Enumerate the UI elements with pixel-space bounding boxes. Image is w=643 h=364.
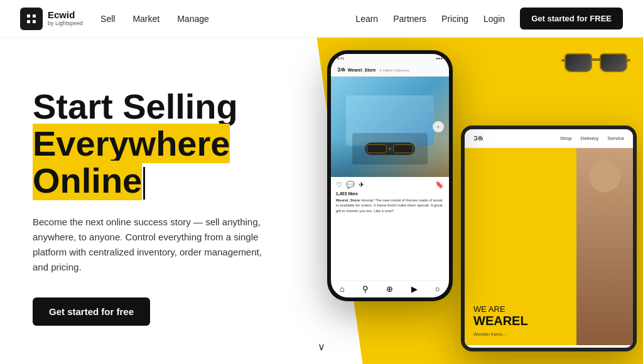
phone-search-icon[interactable]: ⚲ xyxy=(362,284,369,294)
phone-caption: Wearel_Store Hooray! The new model of fr… xyxy=(331,198,449,213)
tablet-nav-service[interactable]: Service xyxy=(607,136,624,141)
hero-title-line1: Start Selling xyxy=(33,87,238,126)
instagram-icon: 𝕴𝕲 xyxy=(337,67,345,73)
phone-top-bar: 𝕴𝕲 Wearel_Store 4 million followers xyxy=(331,62,449,77)
phone-comment-icon[interactable]: 💬 xyxy=(346,181,355,189)
svg-rect-1 xyxy=(33,14,36,18)
nav-sell[interactable]: Sell xyxy=(100,14,115,24)
phone-next-arrow[interactable]: › xyxy=(433,121,444,132)
navbar: Ecwid by Lightspeed Sell Market Manage L… xyxy=(0,0,643,38)
hero-section: Start Selling Everywhere Online Become t… xyxy=(0,38,643,364)
sg-lens-right xyxy=(600,53,627,72)
tablet-nav-delivery[interactable]: Delivery xyxy=(580,136,598,141)
nav-cta-button[interactable]: Get started for FREE xyxy=(520,8,623,29)
phone-mockup: 9:41 ●●● 𝕴𝕲 Wearel_Store 4 million follo… xyxy=(327,50,453,301)
nav-left: Ecwid by Lightspeed Sell Market Manage xyxy=(20,8,209,30)
tablet-we-are-text: WE ARE xyxy=(473,304,568,314)
tablet-main-area: WE ARE WEAREL Wooden frame... xyxy=(465,148,576,345)
sunglasses-image xyxy=(561,44,630,88)
tablet-body: WE ARE WEAREL Wooden frame... xyxy=(465,148,633,345)
svg-rect-3 xyxy=(33,20,36,23)
svg-rect-0 xyxy=(27,14,30,18)
phone-image-area: › xyxy=(331,77,449,177)
phone-caption-username: Wearel_Store xyxy=(336,198,360,202)
phone-screen: 9:41 ●●● 𝕴𝕲 Wearel_Store 4 million follo… xyxy=(331,54,449,297)
phone-time: 9:41 xyxy=(337,56,345,60)
hero-left: Start Selling Everywhere Online Become t… xyxy=(0,38,334,364)
logo[interactable]: Ecwid by Lightspeed xyxy=(20,8,83,30)
phone-followers: 4 million followers xyxy=(379,68,409,72)
hero-right: 9:41 ●●● 𝕴𝕲 Wearel_Store 4 million follo… xyxy=(289,38,643,364)
svg-rect-2 xyxy=(27,20,30,23)
phone-bottom-nav: ⌂ ⚲ ⊕ ▶ ○ xyxy=(331,280,449,297)
tablet-we-are: WE ARE WEAREL xyxy=(473,304,568,328)
hero-title: Start Selling Everywhere Online xyxy=(33,88,334,200)
phone-bookmark-icon[interactable]: 🔖 xyxy=(435,181,444,189)
tablet-nav: 𝕴𝕲 Shop Delivery Service xyxy=(465,129,633,148)
tablet-person-image xyxy=(576,148,633,345)
tablet-logo: 𝕴𝕲 xyxy=(473,134,483,142)
phone-share-icon[interactable]: ✈ xyxy=(359,181,364,189)
scroll-arrow-icon: ∨ xyxy=(318,341,325,353)
tablet-sub-text: Wooden frame... xyxy=(473,332,568,336)
tablet-mockup: 𝕴𝕲 Shop Delivery Service WE ARE WEAREL W… xyxy=(461,126,637,351)
nav-right: Learn Partners Pricing Login Get started… xyxy=(355,8,623,29)
brand-sub: by Lightspeed xyxy=(48,21,83,27)
hero-cta-button[interactable]: Get started for free xyxy=(33,297,150,326)
phone-add-icon[interactable]: ⊕ xyxy=(386,284,393,294)
tablet-screen: 𝕴𝕲 Shop Delivery Service WE ARE WEAREL W… xyxy=(465,129,633,348)
phone-username: Wearel_Store xyxy=(348,68,376,72)
nav-pricing[interactable]: Pricing xyxy=(441,14,468,24)
nav-partners[interactable]: Partners xyxy=(393,14,426,24)
phone-likes: 1,403 likes xyxy=(331,191,449,198)
nav-manage[interactable]: Manage xyxy=(177,14,209,24)
sg-lens-left xyxy=(565,53,592,72)
phone-home-icon[interactable]: ⌂ xyxy=(340,284,345,294)
logo-text: Ecwid by Lightspeed xyxy=(48,10,83,26)
phone-actions: ♡ 💬 ✈ 🔖 xyxy=(331,177,449,191)
nav-learn[interactable]: Learn xyxy=(355,14,378,24)
logo-icon xyxy=(20,8,43,30)
hero-subtitle: Become the next online success story — s… xyxy=(33,215,271,275)
nav-login[interactable]: Login xyxy=(484,14,505,24)
brand-name: Ecwid xyxy=(48,10,83,21)
nav-market[interactable]: Market xyxy=(132,14,159,24)
scroll-indicator: ∨ xyxy=(318,341,325,353)
phone-reels-icon[interactable]: ▶ xyxy=(411,284,418,294)
phone-like-icon[interactable]: ♡ xyxy=(336,181,342,189)
tablet-nav-shop[interactable]: Shop xyxy=(560,136,572,141)
phone-image-overlay xyxy=(331,139,449,177)
phone-status-icons: ●●● xyxy=(436,56,443,60)
phone-profile-icon[interactable]: ○ xyxy=(435,284,440,294)
tablet-brand-name: WEAREL xyxy=(473,314,568,328)
hero-title-line2: Everywhere Online xyxy=(33,124,230,200)
